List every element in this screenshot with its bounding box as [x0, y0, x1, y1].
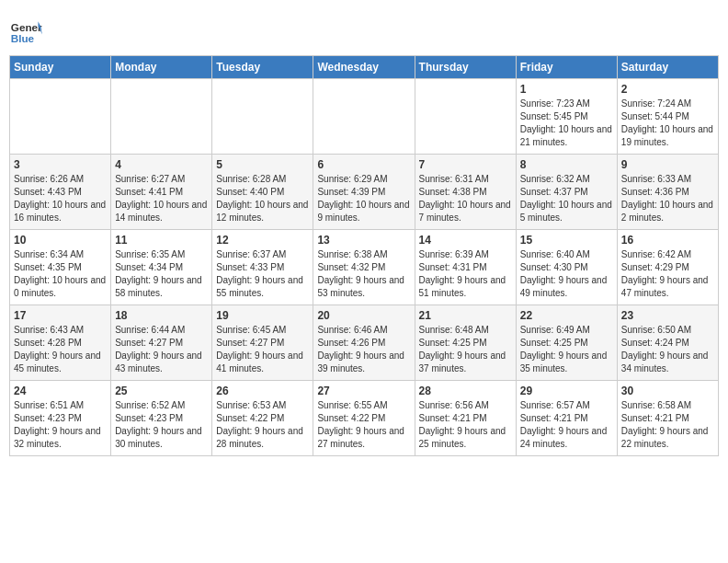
- calendar-day-cell: [212, 79, 313, 155]
- calendar-week-row: 24Sunrise: 6:51 AM Sunset: 4:23 PM Dayli…: [10, 381, 719, 456]
- svg-text:Blue: Blue: [11, 32, 35, 44]
- day-number: 21: [419, 309, 512, 322]
- day-info: Sunrise: 6:43 AM Sunset: 4:28 PM Dayligh…: [14, 324, 107, 375]
- calendar-day-cell: 23Sunrise: 6:50 AM Sunset: 4:24 PM Dayli…: [617, 305, 718, 381]
- day-info: Sunrise: 6:29 AM Sunset: 4:39 PM Dayligh…: [317, 173, 410, 224]
- day-info: Sunrise: 6:39 AM Sunset: 4:31 PM Dayligh…: [419, 248, 512, 300]
- calendar-day-cell: 26Sunrise: 6:53 AM Sunset: 4:22 PM Dayli…: [212, 381, 313, 456]
- calendar-day-cell: 30Sunrise: 6:58 AM Sunset: 4:21 PM Dayli…: [617, 381, 718, 456]
- day-info: Sunrise: 6:49 AM Sunset: 4:25 PM Dayligh…: [520, 324, 613, 375]
- day-info: Sunrise: 6:27 AM Sunset: 4:41 PM Dayligh…: [115, 173, 208, 224]
- calendar-day-cell: 4Sunrise: 6:27 AM Sunset: 4:41 PM Daylig…: [111, 155, 212, 230]
- day-number: 28: [419, 385, 512, 397]
- weekday-header: Saturday: [617, 56, 718, 79]
- day-number: 29: [520, 385, 613, 397]
- day-number: 2: [621, 83, 714, 96]
- day-info: Sunrise: 6:32 AM Sunset: 4:37 PM Dayligh…: [520, 173, 613, 224]
- day-number: 23: [621, 309, 714, 322]
- day-number: 6: [317, 158, 410, 171]
- logo-icon: General Blue: [9, 15, 42, 48]
- weekday-header: Wednesday: [313, 56, 415, 79]
- weekday-header: Sunday: [10, 56, 111, 79]
- day-number: 18: [115, 309, 208, 322]
- calendar-day-cell: 16Sunrise: 6:42 AM Sunset: 4:29 PM Dayli…: [617, 230, 718, 305]
- day-info: Sunrise: 6:26 AM Sunset: 4:43 PM Dayligh…: [14, 173, 107, 224]
- day-number: 24: [14, 385, 107, 397]
- calendar-day-cell: [111, 79, 212, 155]
- day-number: 11: [115, 234, 208, 247]
- calendar-day-cell: 24Sunrise: 6:51 AM Sunset: 4:23 PM Dayli…: [10, 381, 111, 456]
- day-info: Sunrise: 6:38 AM Sunset: 4:32 PM Dayligh…: [317, 248, 410, 300]
- calendar-day-cell: 22Sunrise: 6:49 AM Sunset: 4:25 PM Dayli…: [516, 305, 617, 381]
- calendar-day-cell: 8Sunrise: 6:32 AM Sunset: 4:37 PM Daylig…: [516, 155, 617, 230]
- day-number: 5: [216, 158, 309, 171]
- calendar-day-cell: [415, 79, 516, 155]
- day-number: 22: [520, 309, 613, 322]
- day-info: Sunrise: 6:42 AM Sunset: 4:29 PM Dayligh…: [621, 248, 714, 300]
- calendar-week-row: 3Sunrise: 6:26 AM Sunset: 4:43 PM Daylig…: [10, 155, 719, 230]
- calendar-day-cell: 9Sunrise: 6:33 AM Sunset: 4:36 PM Daylig…: [617, 155, 718, 230]
- day-number: 30: [621, 385, 714, 397]
- day-number: 27: [317, 385, 410, 397]
- day-number: 26: [216, 385, 309, 397]
- calendar-day-cell: 18Sunrise: 6:44 AM Sunset: 4:27 PM Dayli…: [111, 305, 212, 381]
- day-info: Sunrise: 6:44 AM Sunset: 4:27 PM Dayligh…: [115, 324, 208, 375]
- day-number: 15: [520, 234, 613, 247]
- day-info: Sunrise: 6:40 AM Sunset: 4:30 PM Dayligh…: [520, 248, 613, 300]
- day-number: 9: [621, 158, 714, 171]
- calendar-day-cell: 15Sunrise: 6:40 AM Sunset: 4:30 PM Dayli…: [516, 230, 617, 305]
- calendar-day-cell: 29Sunrise: 6:57 AM Sunset: 4:21 PM Dayli…: [516, 381, 617, 456]
- day-number: 12: [216, 234, 309, 247]
- page-header: General Blue: [9, 9, 719, 48]
- day-number: 4: [115, 158, 208, 171]
- calendar-day-cell: 11Sunrise: 6:35 AM Sunset: 4:34 PM Dayli…: [111, 230, 212, 305]
- day-info: Sunrise: 6:52 AM Sunset: 4:23 PM Dayligh…: [115, 399, 208, 451]
- day-info: Sunrise: 6:51 AM Sunset: 4:23 PM Dayligh…: [14, 399, 107, 451]
- day-info: Sunrise: 6:33 AM Sunset: 4:36 PM Dayligh…: [621, 173, 714, 224]
- day-info: Sunrise: 6:31 AM Sunset: 4:38 PM Dayligh…: [419, 173, 512, 224]
- weekday-header: Tuesday: [212, 56, 313, 79]
- calendar-day-cell: 17Sunrise: 6:43 AM Sunset: 4:28 PM Dayli…: [10, 305, 111, 381]
- calendar-day-cell: [313, 79, 415, 155]
- calendar-header: SundayMondayTuesdayWednesdayThursdayFrid…: [10, 56, 719, 79]
- calendar-table: SundayMondayTuesdayWednesdayThursdayFrid…: [9, 55, 719, 456]
- day-number: 16: [621, 234, 714, 247]
- calendar-day-cell: 20Sunrise: 6:46 AM Sunset: 4:26 PM Dayli…: [313, 305, 415, 381]
- day-info: Sunrise: 6:56 AM Sunset: 4:21 PM Dayligh…: [419, 399, 512, 451]
- calendar-day-cell: 2Sunrise: 7:24 AM Sunset: 5:44 PM Daylig…: [617, 79, 718, 155]
- day-info: Sunrise: 7:23 AM Sunset: 5:45 PM Dayligh…: [520, 98, 613, 149]
- day-info: Sunrise: 6:45 AM Sunset: 4:27 PM Dayligh…: [216, 324, 309, 375]
- day-info: Sunrise: 7:24 AM Sunset: 5:44 PM Dayligh…: [621, 98, 714, 149]
- day-number: 13: [317, 234, 410, 247]
- day-number: 10: [14, 234, 107, 247]
- day-number: 20: [317, 309, 410, 322]
- calendar-week-row: 10Sunrise: 6:34 AM Sunset: 4:35 PM Dayli…: [10, 230, 719, 305]
- day-number: 7: [419, 158, 512, 171]
- calendar-day-cell: 28Sunrise: 6:56 AM Sunset: 4:21 PM Dayli…: [415, 381, 516, 456]
- day-info: Sunrise: 6:48 AM Sunset: 4:25 PM Dayligh…: [419, 324, 512, 375]
- calendar-day-cell: 19Sunrise: 6:45 AM Sunset: 4:27 PM Dayli…: [212, 305, 313, 381]
- calendar-day-cell: 5Sunrise: 6:28 AM Sunset: 4:40 PM Daylig…: [212, 155, 313, 230]
- day-info: Sunrise: 6:58 AM Sunset: 4:21 PM Dayligh…: [621, 399, 714, 451]
- calendar-week-row: 17Sunrise: 6:43 AM Sunset: 4:28 PM Dayli…: [10, 305, 719, 381]
- day-info: Sunrise: 6:53 AM Sunset: 4:22 PM Dayligh…: [216, 399, 309, 451]
- calendar-day-cell: 3Sunrise: 6:26 AM Sunset: 4:43 PM Daylig…: [10, 155, 111, 230]
- day-info: Sunrise: 6:55 AM Sunset: 4:22 PM Dayligh…: [317, 399, 410, 451]
- calendar-day-cell: 6Sunrise: 6:29 AM Sunset: 4:39 PM Daylig…: [313, 155, 415, 230]
- day-info: Sunrise: 6:35 AM Sunset: 4:34 PM Dayligh…: [115, 248, 208, 300]
- day-number: 3: [14, 158, 107, 171]
- day-number: 19: [216, 309, 309, 322]
- day-info: Sunrise: 6:34 AM Sunset: 4:35 PM Dayligh…: [14, 248, 107, 300]
- day-number: 25: [115, 385, 208, 397]
- day-number: 1: [520, 83, 613, 96]
- calendar-week-row: 1Sunrise: 7:23 AM Sunset: 5:45 PM Daylig…: [10, 79, 719, 155]
- weekday-header: Friday: [516, 56, 617, 79]
- calendar-day-cell: 7Sunrise: 6:31 AM Sunset: 4:38 PM Daylig…: [415, 155, 516, 230]
- day-info: Sunrise: 6:28 AM Sunset: 4:40 PM Dayligh…: [216, 173, 309, 224]
- logo: General Blue: [9, 15, 46, 48]
- calendar-day-cell: 13Sunrise: 6:38 AM Sunset: 4:32 PM Dayli…: [313, 230, 415, 305]
- day-info: Sunrise: 6:50 AM Sunset: 4:24 PM Dayligh…: [621, 324, 714, 375]
- calendar-day-cell: 21Sunrise: 6:48 AM Sunset: 4:25 PM Dayli…: [415, 305, 516, 381]
- calendar-day-cell: 12Sunrise: 6:37 AM Sunset: 4:33 PM Dayli…: [212, 230, 313, 305]
- calendar-day-cell: [10, 79, 111, 155]
